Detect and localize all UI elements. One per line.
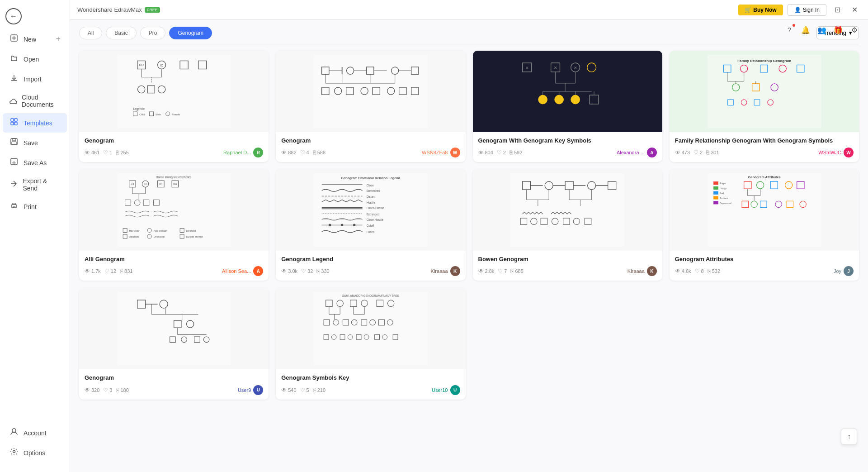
buy-now-button[interactable]: 🛒 Buy Now bbox=[738, 5, 783, 15]
template-card[interactable]: RD IC Legends: Child Male Female bbox=[79, 51, 269, 162]
save-icon bbox=[9, 138, 19, 148]
card-thumbnail bbox=[473, 169, 662, 251]
template-card[interactable]: Genogram 👁 320 ♡ 3 ⎘ 180 User9 U bbox=[79, 288, 269, 399]
filter-tab-basic[interactable]: Basic bbox=[106, 27, 136, 39]
svg-text:Family Relationship Genogram: Family Relationship Genogram bbox=[737, 59, 791, 63]
sidebar-item-label: Account bbox=[24, 429, 47, 437]
author-name: User10 bbox=[432, 387, 448, 393]
svg-text:Suicide attempt: Suicide attempt bbox=[186, 235, 203, 238]
card-body: Genogram Legend 👁 3.0k ♡ 32 ⎘ 330 Kiraaa… bbox=[276, 251, 465, 281]
eye-icon: 👁 bbox=[281, 387, 287, 393]
sidebar-item-options[interactable]: Options bbox=[3, 443, 67, 462]
help-icon[interactable]: ? bbox=[783, 24, 796, 36]
filter-tab-pro[interactable]: Pro bbox=[140, 27, 166, 39]
scroll-to-top-button[interactable]: ↑ bbox=[841, 429, 857, 445]
card-body: Alli Genogram 👁 1.7k ♡ 12 ⎘ 831 Allison … bbox=[79, 251, 269, 281]
card-body: Genogram 👁 882 ♡ 4 ⎘ 588 WSN8ZFa8 W bbox=[276, 132, 465, 162]
svg-text:Close-Hostile: Close-Hostile bbox=[367, 218, 384, 221]
restore-button[interactable]: ⊡ bbox=[831, 4, 844, 16]
svg-rect-34 bbox=[314, 55, 428, 128]
svg-rect-201 bbox=[117, 292, 231, 365]
author-name: Allison Sea... bbox=[222, 268, 251, 274]
card-thumbnail: GAMI-AMADOR GENOGRAM/FAMILY TREE bbox=[276, 288, 465, 369]
cart-icon: 🛒 bbox=[745, 7, 751, 13]
template-card[interactable]: GAMI-AMADOR GENOGRAM/FAMILY TREE bbox=[276, 288, 465, 399]
copy-count: 255 bbox=[120, 150, 128, 155]
sign-in-button[interactable]: 👤 Sign In bbox=[788, 4, 826, 16]
sidebar-item-import[interactable]: Import bbox=[3, 69, 67, 89]
template-card[interactable]: Bowen Genogram 👁 2.8k ♡ 7 ⎘ 685 Kiraaaa … bbox=[473, 169, 662, 281]
save-as-icon bbox=[9, 157, 19, 168]
like-count: 32 bbox=[307, 268, 313, 274]
card-meta: 👁 2.8k ♡ 7 ⎘ 685 Kiraaaa K bbox=[478, 266, 657, 276]
options-icon bbox=[9, 448, 19, 458]
team-icon[interactable]: 👥 bbox=[816, 24, 828, 36]
back-button[interactable]: ← bbox=[0, 4, 70, 29]
like-stat: ♡ 2 bbox=[693, 149, 703, 156]
copy-icon: ⎘ bbox=[313, 149, 316, 156]
view-stat: 👁 4.6k bbox=[675, 268, 691, 274]
sidebar-item-save-as[interactable]: Save As bbox=[3, 153, 67, 172]
template-card[interactable]: Genogram 👁 882 ♡ 4 ⎘ 588 WSN8ZFa8 W bbox=[276, 51, 465, 162]
close-button[interactable]: ✕ bbox=[848, 4, 861, 16]
like-count: 1 bbox=[109, 150, 112, 155]
sidebar-item-templates[interactable]: Templates bbox=[3, 113, 67, 133]
eye-icon: 👁 bbox=[478, 268, 484, 274]
card-author: Alexandra ... A bbox=[617, 148, 657, 157]
settings-icon[interactable]: ⚙ bbox=[848, 24, 861, 36]
heart-icon: ♡ bbox=[104, 268, 109, 274]
card-title: Bowen Genogram bbox=[478, 255, 657, 263]
card-title: Genogram bbox=[281, 137, 460, 145]
sidebar-item-label: Save bbox=[24, 139, 38, 147]
view-stat: 👁 2.8k bbox=[478, 268, 495, 274]
card-title: Genogram Attributes bbox=[675, 255, 854, 263]
main-content: AllBasicProGenogram Trending ▾ RD IC bbox=[70, 20, 868, 472]
template-card[interactable]: Family Relationship Genogram Fam bbox=[670, 51, 859, 162]
author-name: WStrlWJC bbox=[818, 150, 841, 155]
templates-icon bbox=[9, 118, 19, 128]
card-author: User10 U bbox=[432, 385, 460, 395]
template-card[interactable]: Genogram Attributes Anger Happy Sad Anxi… bbox=[670, 169, 859, 281]
svg-rect-13 bbox=[117, 55, 231, 128]
card-title: Genogram bbox=[85, 374, 263, 382]
filter-tab-genogram[interactable]: Genogram bbox=[169, 27, 212, 39]
sidebar-item-account[interactable]: Account bbox=[3, 423, 67, 443]
eye-icon: 👁 bbox=[675, 268, 680, 274]
template-card[interactable]: Genogram Emotional Relation Legend Close… bbox=[276, 169, 465, 281]
sidebar-item-open[interactable]: Open bbox=[3, 49, 67, 69]
header-actions: 🛒 Buy Now 👤 Sign In ⊡ ✕ bbox=[738, 4, 861, 16]
svg-rect-4 bbox=[11, 122, 14, 125]
copy-count: 592 bbox=[514, 150, 522, 155]
svg-rect-178 bbox=[713, 186, 718, 190]
sidebar-item-save[interactable]: Save bbox=[3, 133, 67, 153]
sidebar-item-cloud-documents[interactable]: Cloud Documents bbox=[3, 89, 67, 113]
copy-stat: ⎘ 685 bbox=[510, 268, 523, 274]
eye-icon: 👁 bbox=[281, 149, 287, 156]
view-count: 2.8k bbox=[485, 268, 495, 274]
card-meta: 👁 804 ♡ 2 ⎘ 592 Alexandra ... A bbox=[478, 148, 657, 157]
gift-icon[interactable]: 🎁 bbox=[832, 24, 844, 36]
sidebar-item-export-send[interactable]: Export & Send bbox=[3, 173, 67, 196]
svg-rect-5 bbox=[14, 122, 17, 125]
cards-grid: RD IC Legends: Child Male Female bbox=[79, 51, 859, 400]
card-author: Kiraaaa K bbox=[627, 266, 657, 276]
template-card[interactable]: ✕ ✕ ✕ Genogram With Genogram Key Symbols bbox=[473, 51, 662, 162]
sidebar-item-label: Print bbox=[24, 203, 37, 210]
sidebar-item-label: Open bbox=[24, 56, 39, 63]
copy-icon: ⎘ bbox=[510, 268, 514, 274]
card-title: Genogram bbox=[85, 137, 263, 145]
sidebar-item-new[interactable]: New + bbox=[3, 29, 67, 49]
like-stat: ♡ 32 bbox=[301, 268, 313, 274]
template-card[interactable]: Italian Immigrants/Catholics 73 87 89 64 bbox=[79, 169, 269, 281]
like-count: 2 bbox=[503, 150, 506, 155]
svg-rect-217 bbox=[314, 292, 428, 365]
author-avatar: U bbox=[253, 385, 263, 395]
card-thumbnail bbox=[276, 51, 465, 132]
copy-stat: ⎘ 588 bbox=[313, 149, 326, 156]
notification-icon[interactable]: 🔔 bbox=[799, 24, 812, 36]
new-plus-icon[interactable]: + bbox=[56, 34, 61, 44]
copy-icon: ⎘ bbox=[706, 149, 709, 156]
filter-tab-all[interactable]: All bbox=[79, 27, 102, 39]
sidebar-item-print[interactable]: Print bbox=[3, 197, 67, 216]
card-thumbnail: Family Relationship Genogram bbox=[670, 51, 859, 132]
